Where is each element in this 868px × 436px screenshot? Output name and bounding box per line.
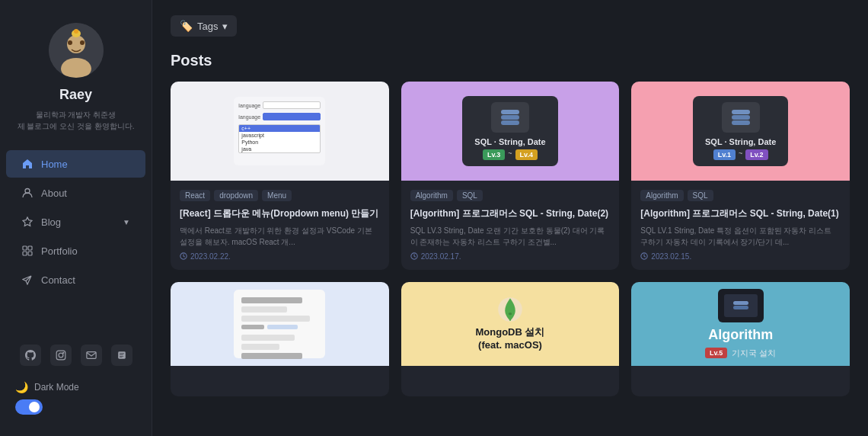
mongodb-logo: MongoDB 설치(feat. macOS) xyxy=(476,296,545,352)
send-icon xyxy=(21,274,34,286)
card6-body xyxy=(631,366,850,396)
svg-point-3 xyxy=(68,40,72,45)
post-card-1[interactable]: language language c++ javascript Python … xyxy=(171,82,389,270)
algo-title: Algorithm xyxy=(708,327,773,343)
dropdown-preview: language language c++ javascript Python … xyxy=(234,97,325,165)
svg-point-14 xyxy=(62,352,63,353)
svg-point-4 xyxy=(80,40,85,45)
badge-lv4: Lv.4 xyxy=(515,149,538,160)
sidebar: Raey 물리학과 개발자 취준생 제 블로그에 오신 것을 환영합니다. Ho… xyxy=(0,0,152,436)
svg-rect-11 xyxy=(28,252,32,255)
instagram-icon[interactable] xyxy=(50,345,72,366)
social-icons-row xyxy=(20,332,132,375)
svg-rect-10 xyxy=(23,252,27,255)
card1-date: 2023.02.22. xyxy=(180,252,380,261)
card1-title: [React] 드롭다운 메뉴(Dropdown menu) 만들기 xyxy=(180,207,380,220)
main-content: 🏷️ Tags ▾ Posts language language xyxy=(152,0,868,436)
post-card-5[interactable]: MongoDB 설치(feat. macOS) xyxy=(401,282,620,396)
badge-lv5: Lv.5 xyxy=(705,348,727,358)
star-icon xyxy=(21,216,34,228)
post-card-4[interactable] xyxy=(171,282,389,396)
github-icon[interactable] xyxy=(20,345,41,366)
dark-mode-row: 🌙 Dark Mode xyxy=(0,375,152,399)
sql-note xyxy=(234,290,325,358)
nav-portfolio[interactable]: Portfolio xyxy=(6,237,145,264)
nav-contact[interactable]: Contact xyxy=(6,266,145,293)
tag-menu: Menu xyxy=(262,190,292,201)
tag-react: React xyxy=(180,190,210,201)
tag-dropdown: dropdown xyxy=(214,190,258,201)
notion-icon[interactable] xyxy=(111,345,132,366)
email-icon[interactable] xyxy=(81,345,102,366)
card3-title: [Algorithm] 프로그래머스 SQL - String, Date(1) xyxy=(640,207,841,220)
svg-point-13 xyxy=(59,353,63,357)
post-card-2[interactable]: SQL · String, Date Lv.3 ~ Lv.4 Algorithm… xyxy=(401,82,620,270)
svg-rect-15 xyxy=(86,352,95,359)
tag-icon: 🏷️ xyxy=(180,20,193,32)
dark-mode-toggle[interactable] xyxy=(15,399,43,415)
svg-rect-20 xyxy=(120,357,123,357)
grid-icon xyxy=(21,245,34,257)
posts-section-title: Posts xyxy=(171,52,850,69)
sidebar-nav: Home About Blog ▼ xyxy=(0,150,152,293)
avatar xyxy=(49,23,104,78)
laptop-icon xyxy=(718,289,764,322)
sql-db-icon-pink xyxy=(722,102,760,133)
posts-grid: language language c++ javascript Python … xyxy=(171,82,850,396)
tags-chevron-icon: ▾ xyxy=(222,21,228,32)
tag-sql-2: SQL xyxy=(457,190,483,201)
card2-title: [Algorithm] 프로그래머스 SQL - String, Date(2) xyxy=(410,207,611,220)
algo-box: Algorithm Lv.5 기지국 설치 xyxy=(705,289,776,359)
sidebar-username: Raey xyxy=(59,87,92,103)
card1-body: React dropdown Menu [React] 드롭다운 메뉴(Drop… xyxy=(171,181,389,270)
nav-home[interactable]: Home xyxy=(6,150,145,178)
sql-box-pink: SQL · String, Date Lv.1 ~ Lv.2 xyxy=(693,96,788,166)
card6-thumb: Algorithm Lv.5 기지국 설치 xyxy=(631,282,850,366)
card3-date: 2023.02.15. xyxy=(640,252,841,261)
svg-rect-18 xyxy=(120,354,123,355)
tag-algorithm-3: Algorithm xyxy=(640,190,683,201)
svg-rect-12 xyxy=(56,351,65,360)
card3-thumb: SQL · String, Date Lv.1 ~ Lv.2 xyxy=(631,82,850,181)
card3-excerpt: SQL LV.1 String, Date 특정 옵션이 포함된 자동차 리스트… xyxy=(640,225,841,248)
svg-point-6 xyxy=(74,29,78,34)
svg-rect-8 xyxy=(23,246,27,250)
svg-rect-17 xyxy=(120,354,124,354)
card4-body xyxy=(171,366,389,396)
sidebar-bio: 물리학과 개발자 취준생 제 블로그에 오신 것을 환영합니다. xyxy=(5,109,147,132)
tags-row: 🏷️ Tags ▾ xyxy=(171,15,850,37)
post-card-3[interactable]: SQL · String, Date Lv.1 ~ Lv.2 Algorithm… xyxy=(631,82,850,270)
tag-algorithm-2: Algorithm xyxy=(410,190,453,201)
sql-db-icon xyxy=(491,102,529,133)
algo-sub: 기지국 설치 xyxy=(732,348,776,359)
card2-tags: Algorithm SQL xyxy=(410,190,611,201)
nav-about[interactable]: About xyxy=(6,179,145,207)
blog-chevron-icon: ▼ xyxy=(123,218,130,226)
card3-tags: Algorithm SQL xyxy=(640,190,841,201)
card2-thumb: SQL · String, Date Lv.3 ~ Lv.4 xyxy=(401,82,620,181)
post-card-6[interactable]: Algorithm Lv.5 기지국 설치 xyxy=(631,282,850,396)
badge-lv3: Lv.3 xyxy=(483,149,505,160)
svg-rect-19 xyxy=(120,356,123,357)
user-icon xyxy=(21,187,34,199)
card5-body xyxy=(401,366,620,396)
card2-date: 2023.02.17. xyxy=(410,252,611,261)
svg-point-25 xyxy=(509,313,512,315)
dark-mode-label: Dark Mode xyxy=(34,382,79,393)
badge-lv1: Lv.1 xyxy=(713,149,736,160)
badge-lv2: Lv.2 xyxy=(745,149,767,160)
card2-body: Algorithm SQL [Algorithm] 프로그래머스 SQL - S… xyxy=(401,181,620,270)
card2-excerpt: SQL LV.3 String, Date 오랜 기간 보호한 동물(2) 대어… xyxy=(410,225,611,248)
svg-rect-9 xyxy=(28,246,32,250)
card1-thumb: language language c++ javascript Python … xyxy=(171,82,389,181)
nav-blog[interactable]: Blog ▼ xyxy=(6,208,145,236)
card5-thumb: MongoDB 설치(feat. macOS) xyxy=(401,282,620,366)
home-icon xyxy=(21,158,34,170)
tag-sql-3: SQL xyxy=(688,190,713,201)
card1-tags: React dropdown Menu xyxy=(180,190,380,201)
card3-body: Algorithm SQL [Algorithm] 프로그래머스 SQL - S… xyxy=(631,181,850,270)
card1-excerpt: 맥에서 React로 개발하기 위한 환경 설정과 VSCode 기본 설정을 … xyxy=(180,225,380,248)
sql-box-purple: SQL · String, Date Lv.3 ~ Lv.4 xyxy=(462,96,557,166)
tags-button[interactable]: 🏷️ Tags ▾ xyxy=(171,15,237,37)
card4-thumb xyxy=(171,282,389,366)
